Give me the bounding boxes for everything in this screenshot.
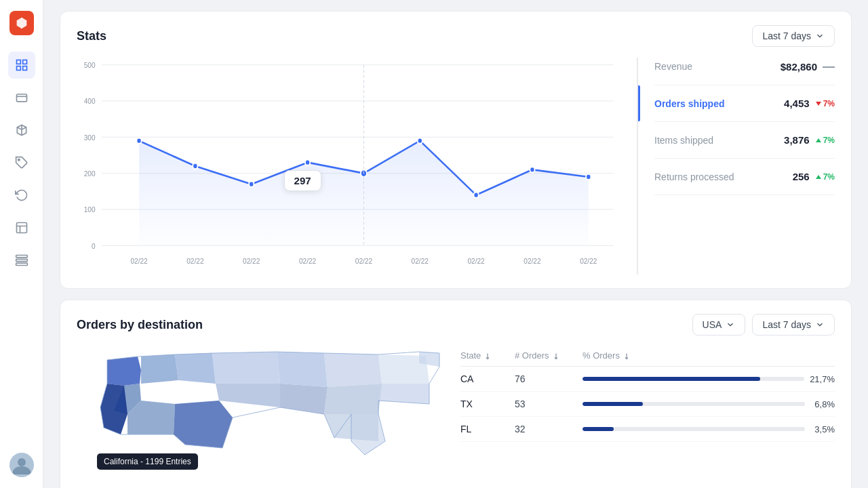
svg-rect-3 [22, 66, 26, 70]
svg-point-29 [418, 138, 422, 144]
svg-point-31 [530, 167, 534, 173]
metric-items-right: 3,876 7% [784, 134, 835, 146]
metric-returns-label: Returns processed [654, 171, 734, 182]
bar-fill-fl [583, 427, 614, 431]
metric-returns-value: 256 [793, 171, 810, 182]
svg-text:300: 300 [84, 133, 96, 142]
destination-date-filter[interactable]: Last 7 days [752, 314, 835, 336]
row-fl-orders: 32 [515, 424, 583, 434]
metric-revenue[interactable]: Revenue $82,860 — [654, 58, 835, 85]
svg-text:100: 100 [84, 205, 96, 214]
svg-point-26 [249, 181, 254, 187]
chevron-down-icon [815, 31, 825, 41]
svg-marker-43 [816, 102, 821, 106]
destination-card: Orders by destination USA Last 7 days [60, 300, 852, 488]
returns-icon[interactable] [8, 182, 35, 209]
metric-returns-right: 256 7% [793, 171, 835, 182]
metric-items-badge: 7% [815, 136, 835, 145]
usa-map-area: California - 1199 Entries [77, 346, 450, 482]
row-ca-pct: 21,7% [583, 374, 835, 384]
svg-text:02/22: 02/22 [355, 256, 372, 265]
row-ca-orders: 76 [515, 373, 583, 384]
destination-controls: USA Last 7 days [692, 314, 835, 336]
bar-track-fl [583, 427, 805, 431]
metric-orders-value: 4,453 [784, 98, 810, 109]
svg-text:0: 0 [92, 241, 96, 250]
sort-state-icon [484, 352, 492, 360]
row-ca-state: CA [460, 373, 515, 384]
trend-up-icon-2 [815, 174, 822, 180]
metrics-area: Revenue $82,860 — Orders shipped 4,453 7… [638, 58, 835, 274]
stats-card: Stats Last 7 days 500 400 [60, 11, 852, 289]
metric-orders-label: Orders shipped [654, 98, 724, 109]
svg-point-30 [473, 192, 478, 198]
country-filter[interactable]: USA [692, 314, 746, 336]
col-pct[interactable]: % Orders [583, 350, 835, 361]
svg-point-5 [18, 159, 20, 161]
tags-icon[interactable] [8, 149, 35, 176]
metric-returns-badge: 7% [815, 172, 835, 182]
svg-text:02/22: 02/22 [412, 256, 429, 265]
destination-title: Orders by destination [77, 318, 203, 332]
sidebar [0, 0, 43, 488]
app-logo[interactable] [9, 11, 34, 35]
svg-point-24 [136, 138, 141, 144]
dashboard-icon[interactable] [8, 52, 35, 79]
metric-items-shipped[interactable]: Items shipped 3,876 7% [654, 122, 835, 159]
bar-fill-tx [583, 402, 643, 406]
svg-rect-8 [16, 259, 27, 261]
svg-point-27 [305, 159, 310, 165]
table-row: FL 32 3,5% [460, 417, 835, 442]
row-tx-pct-label: 6,8% [810, 399, 835, 409]
reports-icon[interactable] [8, 214, 35, 241]
stats-header: Stats Last 7 days [77, 25, 835, 47]
stats-date-filter[interactable]: Last 7 days [752, 25, 835, 47]
svg-rect-6 [16, 223, 26, 233]
svg-rect-7 [16, 256, 27, 258]
metric-revenue-right: $82,860 — [781, 60, 835, 73]
svg-text:02/22: 02/22 [299, 256, 316, 265]
stats-title: Stats [77, 29, 106, 43]
sort-orders-icon [552, 352, 560, 360]
metric-items-value: 3,876 [784, 134, 810, 146]
table-row: CA 76 21,7% [460, 367, 835, 392]
settings-icon[interactable] [8, 247, 35, 274]
row-fl-pct-label: 3,5% [810, 424, 835, 434]
packages-icon[interactable] [8, 117, 35, 144]
svg-text:02/22: 02/22 [467, 256, 484, 265]
svg-text:02/22: 02/22 [524, 256, 540, 265]
metric-revenue-value: $82,860 [781, 61, 817, 73]
metric-returns[interactable]: Returns processed 256 7% [654, 159, 835, 195]
stats-body: 500 400 300 200 100 0 [77, 58, 835, 274]
user-avatar[interactable] [9, 453, 34, 477]
table-row: TX 53 6,8% [460, 392, 835, 417]
chart-area: 500 400 300 200 100 0 [77, 58, 638, 274]
svg-text:02/22: 02/22 [130, 256, 147, 265]
svg-point-32 [586, 174, 591, 180]
trend-up-icon [815, 137, 822, 144]
row-tx-state: TX [460, 399, 515, 409]
bar-track-ca [583, 377, 804, 381]
col-orders[interactable]: # Orders [515, 350, 583, 361]
row-tx-pct: 6,8% [583, 399, 835, 409]
svg-text:02/22: 02/22 [580, 256, 597, 265]
table-header: State # Orders % Orders [460, 346, 835, 367]
billing-icon[interactable] [8, 84, 35, 111]
col-state[interactable]: State [460, 350, 515, 361]
metric-revenue-badge: — [823, 60, 835, 73]
svg-point-11 [18, 458, 26, 466]
svg-marker-44 [816, 138, 821, 142]
svg-text:02/22: 02/22 [243, 256, 260, 265]
row-tx-orders: 53 [515, 399, 583, 409]
trend-down-icon [815, 100, 822, 107]
svg-text:500: 500 [84, 60, 96, 69]
svg-text:200: 200 [84, 169, 96, 178]
row-fl-state: FL [460, 424, 515, 434]
destination-body: California - 1199 Entries State # Orders… [77, 346, 835, 482]
chevron-down-icon-country [726, 320, 735, 329]
svg-text:400: 400 [84, 97, 96, 106]
metric-revenue-label: Revenue [654, 61, 692, 72]
metric-orders-shipped[interactable]: Orders shipped 4,453 7% [654, 85, 835, 122]
metric-items-label: Items shipped [654, 135, 713, 146]
bar-fill-ca [583, 377, 760, 381]
